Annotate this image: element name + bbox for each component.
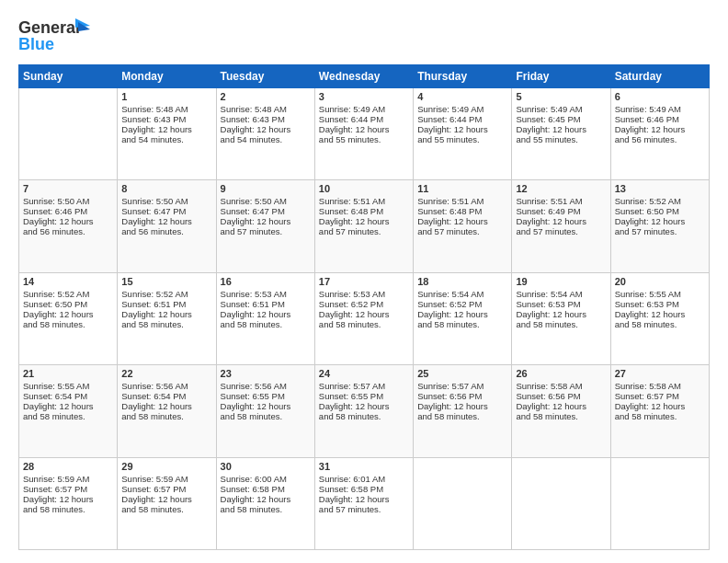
calendar-table: SundayMondayTuesdayWednesdayThursdayFrid…: [18, 64, 710, 550]
day-info: Sunset: 6:57 PM: [23, 484, 113, 494]
day-info: Sunset: 6:46 PM: [23, 206, 113, 216]
day-info: Sunset: 6:54 PM: [23, 391, 113, 401]
day-number: 19: [516, 276, 606, 287]
day-info: Daylight: 12 hours: [516, 124, 606, 134]
day-info: Sunset: 6:57 PM: [615, 391, 705, 401]
day-info: Sunrise: 5:52 AM: [615, 196, 705, 206]
day-info: Sunrise: 5:55 AM: [23, 381, 113, 391]
day-info: Sunset: 6:50 PM: [615, 206, 705, 216]
day-number: 24: [319, 368, 409, 379]
day-info: Sunset: 6:56 PM: [417, 391, 507, 401]
day-number: 23: [221, 368, 311, 379]
col-header-tuesday: Tuesday: [216, 65, 314, 88]
day-info: Daylight: 12 hours: [319, 494, 409, 504]
calendar-cell: 5Sunrise: 5:49 AMSunset: 6:45 PMDaylight…: [512, 88, 610, 180]
day-info: and 58 minutes.: [417, 411, 507, 421]
svg-text:Blue: Blue: [18, 35, 54, 53]
day-info: Sunset: 6:50 PM: [23, 299, 113, 309]
calendar-week-1: 1Sunrise: 5:48 AMSunset: 6:43 PMDaylight…: [19, 88, 710, 180]
day-info: Daylight: 12 hours: [319, 124, 409, 134]
day-info: and 57 minutes.: [319, 504, 409, 514]
day-number: 20: [615, 276, 705, 287]
col-header-saturday: Saturday: [610, 65, 709, 88]
day-number: 9: [221, 183, 311, 194]
day-info: Daylight: 12 hours: [516, 401, 606, 411]
day-info: and 58 minutes.: [417, 319, 507, 329]
day-info: and 56 minutes.: [121, 226, 211, 236]
calendar-cell: 6Sunrise: 5:49 AMSunset: 6:46 PMDaylight…: [610, 88, 709, 180]
day-info: Sunset: 6:43 PM: [221, 114, 311, 124]
day-info: Sunrise: 5:56 AM: [121, 381, 211, 391]
day-info: Sunrise: 5:52 AM: [23, 289, 113, 299]
day-info: Sunrise: 5:52 AM: [121, 289, 211, 299]
day-info: Sunset: 6:57 PM: [121, 484, 211, 494]
calendar-cell: 7Sunrise: 5:50 AMSunset: 6:46 PMDaylight…: [19, 180, 118, 272]
day-number: 10: [319, 183, 409, 194]
day-number: 15: [121, 276, 211, 287]
day-info: Sunrise: 5:51 AM: [516, 196, 606, 206]
calendar-week-5: 28Sunrise: 5:59 AMSunset: 6:57 PMDayligh…: [19, 457, 710, 549]
day-info: and 54 minutes.: [121, 134, 211, 144]
day-info: and 57 minutes.: [221, 226, 311, 236]
col-header-friday: Friday: [512, 65, 610, 88]
calendar-cell: 11Sunrise: 5:51 AMSunset: 6:48 PMDayligh…: [414, 180, 512, 272]
day-info: and 57 minutes.: [516, 226, 606, 236]
day-number: 27: [615, 368, 705, 379]
calendar-week-4: 21Sunrise: 5:55 AMSunset: 6:54 PMDayligh…: [19, 365, 710, 457]
day-info: and 55 minutes.: [417, 134, 507, 144]
day-info: Sunrise: 5:49 AM: [516, 104, 606, 114]
day-info: Sunrise: 5:56 AM: [221, 381, 311, 391]
day-info: Sunrise: 5:54 AM: [417, 289, 507, 299]
day-info: and 58 minutes.: [615, 319, 705, 329]
day-number: 21: [23, 368, 113, 379]
col-header-wednesday: Wednesday: [314, 65, 413, 88]
day-info: Sunset: 6:53 PM: [615, 299, 705, 309]
calendar-week-3: 14Sunrise: 5:52 AMSunset: 6:50 PMDayligh…: [19, 272, 710, 364]
col-header-monday: Monday: [118, 65, 216, 88]
day-info: Sunset: 6:55 PM: [221, 391, 311, 401]
day-number: 7: [23, 183, 113, 194]
col-header-thursday: Thursday: [414, 65, 512, 88]
calendar-cell: 26Sunrise: 5:58 AMSunset: 6:56 PMDayligh…: [512, 365, 610, 457]
day-info: Daylight: 12 hours: [615, 401, 705, 411]
day-info: Sunset: 6:56 PM: [516, 391, 606, 401]
calendar-cell: 21Sunrise: 5:55 AMSunset: 6:54 PMDayligh…: [19, 365, 118, 457]
svg-text:General: General: [18, 18, 80, 37]
day-number: 30: [221, 461, 311, 472]
calendar-cell: 12Sunrise: 5:51 AMSunset: 6:49 PMDayligh…: [512, 180, 610, 272]
day-info: and 58 minutes.: [23, 319, 113, 329]
day-info: Daylight: 12 hours: [615, 216, 705, 226]
calendar-cell: 30Sunrise: 6:00 AMSunset: 6:58 PMDayligh…: [216, 457, 314, 549]
calendar-cell: 1Sunrise: 5:48 AMSunset: 6:43 PMDaylight…: [118, 88, 216, 180]
day-info: Daylight: 12 hours: [417, 401, 507, 411]
day-number: 1: [121, 91, 211, 102]
day-info: Daylight: 12 hours: [417, 309, 507, 319]
day-number: 28: [23, 461, 113, 472]
day-info: Sunrise: 5:48 AM: [221, 104, 311, 114]
day-info: Daylight: 12 hours: [221, 309, 311, 319]
day-info: Daylight: 12 hours: [23, 216, 113, 226]
calendar-cell: 29Sunrise: 5:59 AMSunset: 6:57 PMDayligh…: [118, 457, 216, 549]
day-info: Sunrise: 5:50 AM: [23, 196, 113, 206]
calendar-cell: [512, 457, 610, 549]
day-info: Sunrise: 5:50 AM: [221, 196, 311, 206]
calendar-cell: 27Sunrise: 5:58 AMSunset: 6:57 PMDayligh…: [610, 365, 709, 457]
day-info: Daylight: 12 hours: [221, 401, 311, 411]
day-info: Sunset: 6:52 PM: [417, 299, 507, 309]
day-info: Daylight: 12 hours: [516, 216, 606, 226]
header: GeneralBlue: [18, 17, 710, 55]
calendar-cell: 24Sunrise: 5:57 AMSunset: 6:55 PMDayligh…: [314, 365, 413, 457]
day-number: 18: [417, 276, 507, 287]
day-info: Sunrise: 5:58 AM: [516, 381, 606, 391]
calendar-cell: 13Sunrise: 5:52 AMSunset: 6:50 PMDayligh…: [610, 180, 709, 272]
day-info: and 58 minutes.: [516, 319, 606, 329]
day-number: 16: [221, 276, 311, 287]
day-number: 5: [516, 91, 606, 102]
day-number: 2: [221, 91, 311, 102]
day-info: Daylight: 12 hours: [221, 216, 311, 226]
day-info: Daylight: 12 hours: [417, 216, 507, 226]
calendar-cell: 8Sunrise: 5:50 AMSunset: 6:47 PMDaylight…: [118, 180, 216, 272]
day-number: 6: [615, 91, 705, 102]
day-info: Sunrise: 5:57 AM: [417, 381, 507, 391]
day-info: Sunset: 6:44 PM: [319, 114, 409, 124]
